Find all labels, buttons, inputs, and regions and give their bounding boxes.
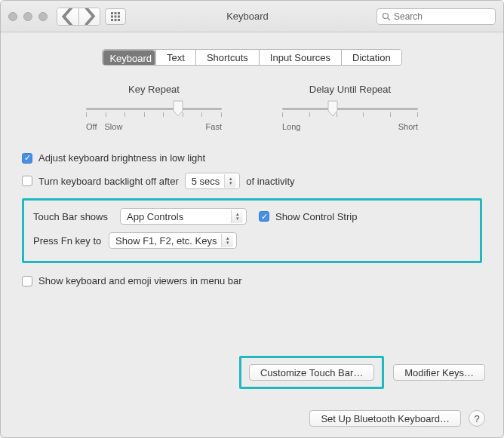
touchbar-row: Touch Bar shows App Controls ▴▾ Show Con… xyxy=(33,208,471,225)
viewers-row: Show keyboard and emoji viewers in menu … xyxy=(22,275,482,286)
show-all-button[interactable] xyxy=(105,8,126,25)
touchbar-select[interactable]: App Controls ▴▾ xyxy=(120,208,247,225)
touchbar-highlight: Touch Bar shows App Controls ▴▾ Show Con… xyxy=(22,198,482,263)
stepper-icon: ▴▾ xyxy=(221,234,233,247)
search-icon xyxy=(382,12,391,21)
svg-rect-6 xyxy=(111,19,113,21)
svg-rect-8 xyxy=(118,19,120,21)
search-field[interactable] xyxy=(376,8,496,25)
backlight-value: 5 secs xyxy=(192,176,220,187)
sliders-area: Key Repeat OffSlow Fast Delay Until Repe… xyxy=(1,84,503,131)
zoom-icon[interactable] xyxy=(38,12,48,21)
backlight-row: Turn keyboard backlight off after 5 secs… xyxy=(22,173,482,189)
touchbar-value: App Controls xyxy=(127,211,226,222)
svg-rect-5 xyxy=(118,15,120,17)
key-repeat-thumb[interactable] xyxy=(173,100,183,117)
brightness-row: Adjust keyboard brightness in low light xyxy=(22,152,482,164)
key-repeat-title: Key Repeat xyxy=(128,84,180,95)
tab-text[interactable]: Text xyxy=(155,50,195,65)
stepper-icon: ▴▾ xyxy=(231,210,243,223)
key-repeat-slow: Slow xyxy=(104,122,122,131)
svg-rect-2 xyxy=(118,12,120,14)
modifier-keys-button[interactable]: Modifier Keys… xyxy=(393,364,485,381)
key-repeat-fast: Fast xyxy=(206,122,222,131)
delay-short: Short xyxy=(398,122,418,131)
minimize-icon[interactable] xyxy=(23,12,32,21)
tab-keyboard[interactable]: Keyboard xyxy=(103,50,155,66)
segmented-control: Keyboard Text Shortcuts Input Sources Di… xyxy=(102,49,401,66)
fn-label: Press Fn key to xyxy=(33,235,109,247)
svg-rect-0 xyxy=(111,12,113,14)
traffic-lights xyxy=(8,12,48,21)
svg-rect-7 xyxy=(115,19,117,21)
forward-button[interactable] xyxy=(78,8,100,25)
nav-buttons xyxy=(57,8,100,26)
control-strip-label: Show Control Strip xyxy=(275,211,357,222)
close-icon[interactable] xyxy=(8,12,17,21)
delay-long: Long xyxy=(282,122,300,131)
svg-line-10 xyxy=(388,18,390,20)
delay-slider[interactable] xyxy=(282,103,418,115)
backlight-select[interactable]: 5 secs ▴▾ xyxy=(185,173,241,189)
window-title: Keyboard xyxy=(126,11,369,22)
brightness-checkbox[interactable] xyxy=(22,153,32,164)
tab-bar: Keyboard Text Shortcuts Input Sources Di… xyxy=(1,49,503,66)
backlight-label-before: Turn keyboard backlight off after xyxy=(38,176,179,187)
key-repeat-slider[interactable] xyxy=(86,103,222,115)
stepper-icon: ▴▾ xyxy=(224,174,236,188)
key-repeat-block: Key Repeat OffSlow Fast xyxy=(86,84,222,131)
backlight-label-after: of inactivity xyxy=(246,176,294,187)
tab-shortcuts[interactable]: Shortcuts xyxy=(195,50,259,65)
delay-thumb[interactable] xyxy=(327,100,338,117)
bottom-row: Set Up Bluetooth Keyboard… ? xyxy=(309,410,485,427)
svg-rect-1 xyxy=(115,12,117,14)
titlebar: Keyboard xyxy=(1,1,503,32)
viewers-label: Show keyboard and emoji viewers in menu … xyxy=(38,275,242,286)
viewers-checkbox[interactable] xyxy=(22,276,32,286)
control-strip-checkbox[interactable] xyxy=(259,211,269,222)
search-input[interactable] xyxy=(394,11,490,22)
help-button[interactable]: ? xyxy=(469,410,485,427)
content-area: Adjust keyboard brightness in low light … xyxy=(1,152,503,286)
bluetooth-button[interactable]: Set Up Bluetooth Keyboard… xyxy=(309,410,461,427)
back-button[interactable] xyxy=(57,8,78,25)
key-repeat-off: Off xyxy=(86,122,97,131)
touchbar-label: Touch Bar shows xyxy=(33,211,120,222)
fn-value: Show F1, F2, etc. Keys xyxy=(115,235,217,247)
button-row: Customize Touch Bar… Modifier Keys… xyxy=(239,356,485,389)
svg-rect-4 xyxy=(115,15,117,17)
customize-button[interactable]: Customize Touch Bar… xyxy=(249,364,374,381)
delay-title: Delay Until Repeat xyxy=(309,84,391,95)
customize-highlight: Customize Touch Bar… xyxy=(239,356,384,389)
brightness-label: Adjust keyboard brightness in low light xyxy=(38,152,205,164)
backlight-checkbox[interactable] xyxy=(22,176,32,186)
delay-block: Delay Until Repeat Long Short xyxy=(282,84,418,131)
fn-select[interactable]: Show F1, F2, etc. Keys ▴▾ xyxy=(109,232,237,249)
preferences-window: Keyboard Keyboard Text Shortcuts Input S… xyxy=(0,0,504,438)
tab-input-sources[interactable]: Input Sources xyxy=(259,50,341,65)
tab-dictation[interactable]: Dictation xyxy=(341,50,401,65)
svg-rect-3 xyxy=(111,15,113,17)
svg-point-9 xyxy=(383,13,389,18)
fn-row: Press Fn key to Show F1, F2, etc. Keys ▴… xyxy=(33,232,471,249)
